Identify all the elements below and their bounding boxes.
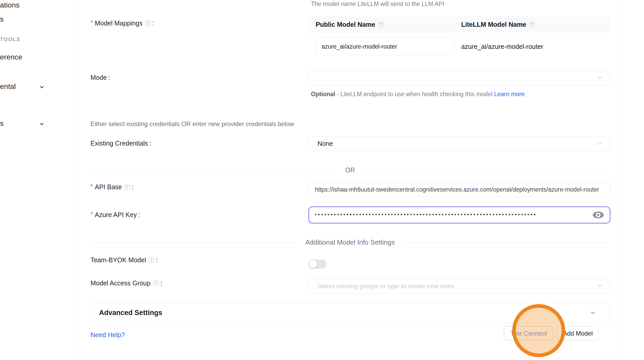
- need-help-link[interactable]: Need Help?: [90, 331, 125, 339]
- help-icon[interactable]: ?: [153, 280, 159, 286]
- existing-credentials-select[interactable]: None: [308, 136, 610, 151]
- api-base-label: * API Base ? :: [90, 183, 134, 191]
- sidebar-item-organizations[interactable]: ations: [0, 1, 77, 9]
- team-byok-label: Team-BYOK Model ? :: [90, 256, 158, 264]
- sidebar: ations s TOOLS erence ental s: [0, 0, 77, 360]
- chevron-down-icon: [596, 282, 603, 290]
- additional-info-divider-text: Additional Model Info Settings: [297, 238, 404, 246]
- help-icon[interactable]: ?: [529, 22, 535, 28]
- mode-select[interactable]: [308, 70, 610, 85]
- divider-line: [90, 170, 336, 170]
- mode-hint: Optional - LiteLLM endpoint to use when …: [311, 89, 528, 100]
- sidebar-item-label: ental: [0, 82, 16, 90]
- add-model-button[interactable]: Add Model: [557, 326, 599, 341]
- sidebar-item-label: s: [0, 119, 4, 127]
- sidebar-item-api-reference[interactable]: erence: [0, 53, 77, 61]
- litellm-model-name-value: azure_ai/azure-model-router: [461, 38, 543, 55]
- chevron-down-icon: [596, 140, 603, 148]
- divider-line: [364, 170, 610, 170]
- sidebar-item-settings[interactable]: s: [0, 119, 77, 128]
- add-model-form-page: ations s TOOLS erence ental s The model …: [0, 0, 644, 360]
- or-divider-text: OR: [336, 166, 364, 174]
- help-icon[interactable]: ?: [145, 20, 151, 26]
- team-byok-toggle[interactable]: [308, 259, 327, 269]
- chevron-down-icon: [590, 309, 596, 316]
- sidebar-item-guardrails[interactable]: s: [0, 15, 77, 23]
- advanced-settings-title: Advanced Settings: [99, 309, 590, 317]
- chevron-down-icon: [39, 120, 45, 129]
- column-header-litellm-model-name: LiteLLM Model Name ?: [461, 16, 535, 33]
- public-model-name-input[interactable]: azure_ai/azure-model-router: [316, 38, 454, 55]
- column-divider: [458, 20, 458, 29]
- litellm-model-name-hint: The model name LiteLLM will send to the …: [311, 1, 558, 8]
- api-base-value: https://ishaa-mh6uutut-swedencentral.cog…: [315, 186, 599, 193]
- sidebar-section-tools: TOOLS: [0, 36, 21, 42]
- existing-credentials-label: Existing Credentials :: [90, 140, 151, 147]
- help-icon[interactable]: ?: [124, 184, 130, 190]
- advanced-settings-panel[interactable]: Advanced Settings: [90, 303, 610, 323]
- chevron-down-icon: [596, 74, 603, 82]
- or-divider: OR: [90, 166, 610, 174]
- existing-credentials-value: None: [317, 140, 333, 147]
- help-icon[interactable]: ?: [148, 257, 154, 263]
- divider-line: [90, 242, 297, 243]
- help-icon[interactable]: ?: [378, 22, 384, 28]
- required-asterisk: *: [90, 183, 93, 190]
- api-base-input[interactable]: https://ishaa-mh6uutut-swedencentral.cog…: [308, 182, 610, 197]
- required-asterisk: *: [90, 211, 93, 218]
- required-asterisk: *: [90, 19, 93, 27]
- azure-api-key-input[interactable]: ••••••••••••••••••••••••••••••••••••••••…: [308, 206, 610, 224]
- additional-info-divider: Additional Model Info Settings: [90, 238, 610, 246]
- chevron-down-icon: [39, 83, 45, 92]
- sidebar-item-experimental[interactable]: ental: [0, 82, 77, 91]
- model-access-group-label: Model Access Group ? :: [90, 279, 162, 287]
- column-header-public-model-name: Public Model Name ?: [316, 16, 384, 33]
- credentials-note: Either select existing credentials OR en…: [90, 120, 294, 128]
- model-access-group-select[interactable]: Select existing groups or type to create…: [308, 279, 610, 293]
- toggle-knob: [309, 260, 317, 268]
- test-connect-button[interactable]: Test Connect: [504, 326, 553, 341]
- azure-api-key-label: * Azure API Key :: [90, 211, 140, 219]
- masked-api-key: ••••••••••••••••••••••••••••••••••••••••…: [315, 212, 537, 218]
- divider-line: [404, 242, 610, 243]
- model-mappings-label: * Model Mappings ? :: [90, 19, 154, 27]
- model-access-group-placeholder: Select existing groups or type to create…: [317, 283, 454, 290]
- eye-icon[interactable]: [593, 211, 604, 219]
- mode-label: Mode :: [90, 74, 110, 81]
- learn-more-link[interactable]: Learn more: [494, 91, 525, 97]
